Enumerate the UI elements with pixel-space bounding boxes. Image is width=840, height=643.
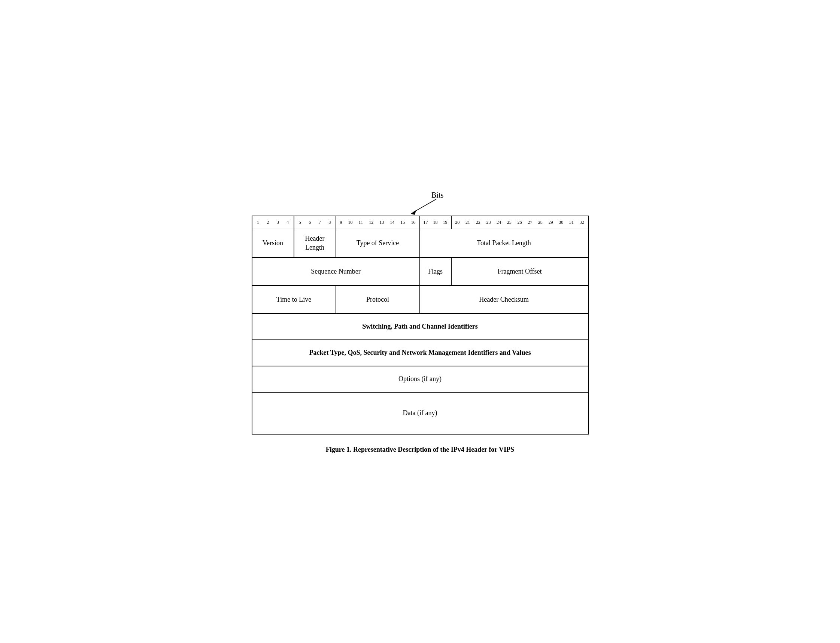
- cell-switching-path: Switching, Path and Channel Identifiers: [252, 314, 588, 339]
- bit-8: 8: [328, 220, 331, 225]
- bit-32: 32: [580, 220, 584, 225]
- row-7: Data (if any): [252, 393, 588, 434]
- bit-11: 11: [359, 220, 363, 225]
- bit-20: 20: [455, 220, 459, 225]
- bit-5: 5: [299, 220, 301, 225]
- svg-marker-1: [411, 210, 417, 215]
- ruler-inner: 1 2 3 4 5 6 7 8 9 10 11 12 13 14 15 16: [252, 216, 588, 228]
- bits-text: Bits: [431, 191, 443, 199]
- cell-protocol: Protocol: [336, 286, 420, 313]
- bit-2: 2: [266, 220, 269, 225]
- bit-29: 29: [549, 220, 553, 225]
- bit-15: 15: [400, 220, 405, 225]
- bit-14: 14: [390, 220, 394, 225]
- main-container: Bits 1 2 3 4 5 6 7 8 9: [252, 189, 589, 454]
- bit-13: 13: [379, 220, 384, 225]
- bit-6: 6: [309, 220, 311, 225]
- cell-header-length: Header Length: [294, 229, 336, 257]
- bit-1: 1: [257, 220, 259, 225]
- bit-23: 23: [486, 220, 490, 225]
- bits-arrow-svg: Bits: [252, 189, 589, 215]
- cell-sequence-number: Sequence Number: [252, 258, 420, 285]
- cell-type-of-service: Type of Service: [336, 229, 420, 257]
- bit-21: 21: [466, 220, 470, 225]
- bit-22: 22: [476, 220, 480, 225]
- bit-25: 25: [507, 220, 512, 225]
- cell-data: Data (if any): [252, 393, 588, 434]
- row-5: Packet Type, QoS, Security and Network M…: [252, 340, 588, 366]
- bit-3: 3: [277, 220, 279, 225]
- row-1: Version Header Length Type of Service To…: [252, 229, 588, 258]
- bit-28: 28: [538, 220, 543, 225]
- row-2: Sequence Number Flags Fragment Offset: [252, 258, 588, 286]
- bit-9: 9: [340, 220, 342, 225]
- cell-header-checksum: Header Checksum: [420, 286, 588, 313]
- bit-7: 7: [319, 220, 321, 225]
- bit-27: 27: [528, 220, 532, 225]
- cell-flags: Flags: [420, 258, 452, 285]
- bit-30: 30: [559, 220, 563, 225]
- ipv4-header-table: Version Header Length Type of Service To…: [252, 229, 589, 434]
- bit-24: 24: [497, 220, 501, 225]
- cell-options: Options (if any): [252, 366, 588, 392]
- bit-18: 18: [433, 220, 438, 225]
- figure-caption: Figure 1. Representative Description of …: [252, 446, 589, 454]
- bit-12: 12: [369, 220, 373, 225]
- bit-10: 10: [348, 220, 353, 225]
- bit-26: 26: [517, 220, 522, 225]
- cell-time-to-live: Time to Live: [252, 286, 336, 313]
- svg-line-0: [413, 199, 436, 212]
- cell-version: Version: [252, 229, 294, 257]
- bit-19: 19: [443, 220, 448, 225]
- row-3: Time to Live Protocol Header Checksum: [252, 286, 588, 314]
- row-4: Switching, Path and Channel Identifiers: [252, 314, 588, 340]
- cell-packet-type: Packet Type, QoS, Security and Network M…: [252, 340, 588, 366]
- cell-fragment-offset: Fragment Offset: [452, 258, 588, 285]
- bits-annotation: Bits: [252, 189, 589, 215]
- row-6: Options (if any): [252, 366, 588, 393]
- bit-ruler: 1 2 3 4 5 6 7 8 9 10 11 12 13 14 15 16: [252, 215, 589, 229]
- bit-31: 31: [569, 220, 574, 225]
- bit-4: 4: [286, 220, 289, 225]
- bit-17: 17: [423, 220, 428, 225]
- bit-16: 16: [411, 220, 415, 225]
- cell-total-packet-length: Total Packet Length: [420, 229, 588, 257]
